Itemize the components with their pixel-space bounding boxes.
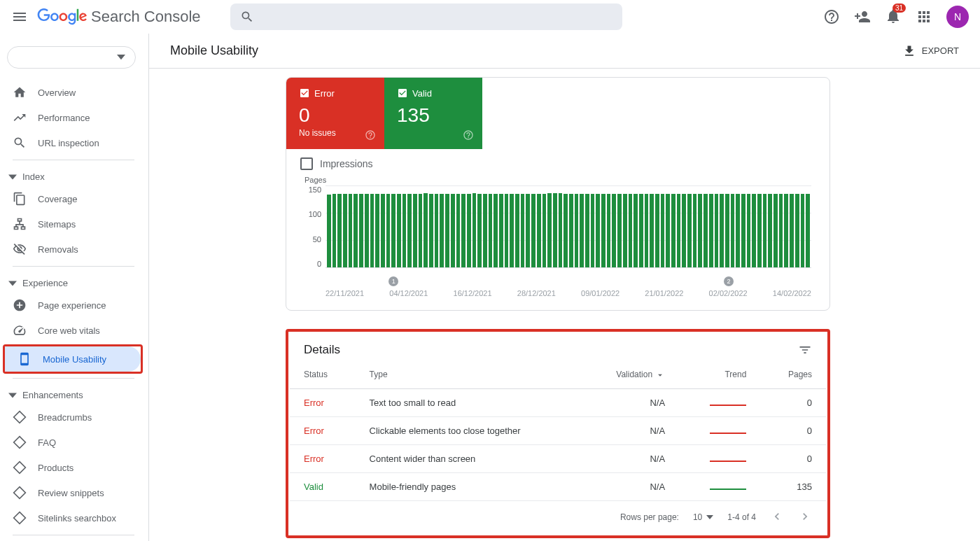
diamond-icon	[13, 461, 27, 475]
nav-removals[interactable]: Removals	[0, 237, 143, 262]
details-highlight: Details Status Type Validation Trend Pag…	[286, 329, 830, 538]
table-row[interactable]: ValidMobile-friendly pagesN/A135	[290, 472, 826, 500]
logo-text: Search Console	[91, 8, 201, 26]
search-icon	[13, 136, 27, 150]
col-pages[interactable]: Pages	[760, 360, 826, 388]
chart: Pages 150100500 12 22/11/202104/12/20211…	[286, 173, 830, 310]
rows-per-page-label: Rows per page:	[620, 512, 679, 522]
sitemap-icon	[13, 217, 27, 231]
details-table: Status Type Validation Trend Pages Error…	[290, 360, 826, 501]
notifications-button[interactable]: 31	[885, 8, 902, 27]
nav-group-experience[interactable]: Experience	[0, 271, 143, 293]
pagination-range: 1-4 of 4	[727, 512, 756, 522]
arrow-down-icon	[655, 370, 665, 380]
chevron-down-icon	[706, 515, 713, 519]
property-selector[interactable]	[7, 46, 136, 69]
help-icon[interactable]	[365, 129, 376, 141]
chevron-down-icon	[8, 173, 17, 181]
chevron-down-icon	[8, 279, 17, 288]
checkbox-unchecked-icon	[300, 157, 313, 170]
home-icon	[13, 85, 27, 99]
logo[interactable]: Search Console	[36, 8, 201, 26]
search-input[interactable]	[230, 3, 622, 30]
search-icon	[240, 10, 254, 24]
diamond-icon	[13, 435, 27, 449]
export-button[interactable]: EXPORT	[902, 44, 959, 58]
table-row[interactable]: ErrorContent wider than screenN/A0	[290, 444, 826, 472]
nav-faq[interactable]: FAQ	[0, 430, 143, 455]
col-validation[interactable]: Validation	[582, 360, 679, 388]
circle-plus-icon	[13, 298, 27, 312]
next-page-button[interactable]	[798, 510, 812, 524]
status-valid-card[interactable]: Valid 135	[384, 78, 482, 149]
nav-url-inspection[interactable]: URL inspection	[0, 130, 143, 155]
help-icon[interactable]	[823, 8, 840, 25]
nav-sitemaps[interactable]: Sitemaps	[0, 211, 143, 237]
impressions-toggle[interactable]: Impressions	[286, 149, 830, 173]
mobile-icon	[18, 352, 31, 366]
diamond-icon	[13, 486, 27, 500]
col-status[interactable]: Status	[290, 360, 356, 388]
nav-mobile-usability[interactable]: Mobile Usability	[5, 346, 141, 372]
nav-breadcrumbs[interactable]: Breadcrumbs	[0, 405, 143, 430]
notification-count: 31	[892, 3, 906, 13]
col-trend[interactable]: Trend	[679, 360, 760, 388]
nav-products[interactable]: Products	[0, 455, 143, 480]
speed-icon	[13, 323, 27, 337]
chevron-down-icon	[117, 55, 125, 59]
help-icon[interactable]	[463, 129, 474, 141]
rows-per-page-select[interactable]: 10	[693, 512, 713, 522]
checkbox-checked-icon	[397, 87, 408, 99]
copy-icon	[13, 192, 27, 206]
nav-sitelinks-searchbox[interactable]: Sitelinks searchbox	[0, 505, 143, 531]
overview-card: Error 0 No issues Valid 135 Impressions	[286, 77, 830, 311]
app-header: Search Console 31 N	[0, 0, 980, 34]
nav-review-snippets[interactable]: Review snippets	[0, 480, 143, 505]
nav-group-enhancements[interactable]: Enhancements	[0, 383, 143, 405]
col-type[interactable]: Type	[356, 360, 582, 388]
menu-icon[interactable]	[11, 8, 28, 25]
apps-icon[interactable]	[916, 8, 932, 25]
table-row[interactable]: ErrorClickable elements too close togeth…	[290, 416, 826, 444]
status-error-card[interactable]: Error 0 No issues	[286, 78, 384, 149]
chevron-down-icon	[8, 391, 17, 400]
page-title: Mobile Usability	[170, 43, 258, 58]
add-user-icon[interactable]	[854, 8, 871, 25]
main-content: Mobile Usability EXPORT Error 0 No issue…	[148, 34, 980, 541]
details-title: Details	[304, 343, 798, 357]
diamond-icon	[13, 511, 27, 525]
nav-performance[interactable]: Performance	[0, 105, 143, 130]
diamond-icon	[13, 410, 27, 424]
nav-overview[interactable]: Overview	[0, 80, 143, 105]
visibility-off-icon	[13, 242, 27, 256]
table-row[interactable]: ErrorText too small to readN/A0	[290, 388, 826, 416]
nav-page-experience[interactable]: Page experience	[0, 293, 143, 318]
download-icon	[902, 44, 916, 58]
nav-core-web-vitals[interactable]: Core web vitals	[0, 318, 143, 343]
nav-coverage[interactable]: Coverage	[0, 186, 143, 211]
prev-page-button[interactable]	[770, 510, 784, 524]
filter-icon[interactable]	[798, 343, 812, 357]
sidebar: Overview Performance URL inspection Inde…	[0, 34, 148, 541]
checkbox-checked-icon	[299, 87, 310, 99]
nav-group-index[interactable]: Index	[0, 164, 143, 186]
avatar[interactable]: N	[946, 6, 969, 28]
trending-icon	[13, 111, 27, 125]
